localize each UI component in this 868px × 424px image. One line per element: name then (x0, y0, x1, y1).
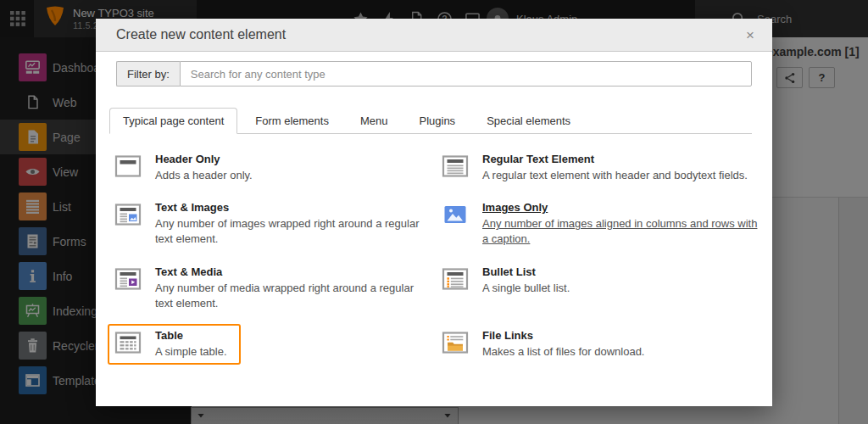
content-element-title: Text & Media (155, 265, 431, 278)
tab-plugins[interactable]: Plugins (405, 108, 469, 134)
modal-tabs: Typical page contentForm elementsMenuPlu… (109, 108, 752, 134)
content-element-title: Bullet List (482, 265, 570, 278)
tab-special-elements[interactable]: Special elements (473, 108, 584, 134)
tab-typical-page-content[interactable]: Typical page content (109, 108, 237, 134)
ce-textmedia-icon (114, 265, 142, 293)
content-element-table[interactable]: TableA simple table. (108, 324, 241, 365)
content-element-description: A single bullet list. (482, 281, 570, 296)
content-element-grid: Header OnlyAdds a header only.Regular Te… (108, 148, 760, 372)
content-element-description: Makes a list of files for download. (482, 344, 644, 360)
content-element-text-media[interactable]: Text & MediaAny number of media wrapped … (108, 260, 433, 316)
content-element-title: Text & Images (155, 201, 431, 214)
content-element-header-only[interactable]: Header OnlyAdds a header only. (108, 148, 433, 188)
ce-filelinks-icon (442, 329, 469, 356)
content-element-file-links[interactable]: File LinksMakes a list of files for down… (435, 324, 760, 365)
content-element-description: Any number of media wrapped right around… (155, 281, 431, 311)
filter-group: Filter by: (116, 61, 752, 86)
ce-image-icon (442, 201, 469, 228)
content-element-description: A simple table. (155, 344, 227, 360)
content-element-description: Any number of images wrapped right aroun… (155, 216, 431, 247)
content-element-title: Images Only (482, 201, 759, 214)
ce-table-icon (114, 329, 142, 356)
tab-form-elements[interactable]: Form elements (242, 108, 342, 134)
content-element-regular-text-element[interactable]: Regular Text ElementA regular text eleme… (435, 148, 760, 188)
typo3-backend: New TYPO3 site 11.5.2 ? Klaus Admin Sear… (0, 0, 868, 424)
close-icon[interactable]: × (740, 26, 760, 44)
content-element-description: Any number of images aligned in columns … (482, 216, 759, 247)
modal-header: Create new content element × (96, 19, 772, 52)
create-content-modal: Create new content element × Filter by: … (96, 19, 772, 406)
content-type-search-input[interactable] (180, 61, 752, 86)
content-element-title: Header Only (155, 153, 253, 165)
content-element-text-images[interactable]: Text & ImagesAny number of images wrappe… (108, 196, 433, 252)
content-element-title: File Links (482, 329, 644, 342)
modal-body: Filter by: Typical page contentForm elem… (96, 52, 772, 406)
content-element-title: Table (155, 329, 227, 342)
content-element-bullet-list[interactable]: Bullet ListA single bullet list. (435, 260, 760, 316)
tab-menu[interactable]: Menu (347, 108, 402, 134)
modal-title: Create new content element (116, 27, 740, 42)
ce-bullets-icon (442, 265, 469, 293)
content-element-description: A regular text element with header and b… (482, 168, 748, 183)
content-element-title: Regular Text Element (482, 153, 748, 165)
ce-textpic-icon (114, 201, 142, 228)
ce-header-icon (114, 153, 142, 180)
ce-text-icon (442, 153, 469, 180)
content-element-images-only[interactable]: Images OnlyAny number of images aligned … (435, 196, 760, 252)
content-element-description: Adds a header only. (155, 168, 253, 183)
filter-label: Filter by: (116, 61, 180, 86)
